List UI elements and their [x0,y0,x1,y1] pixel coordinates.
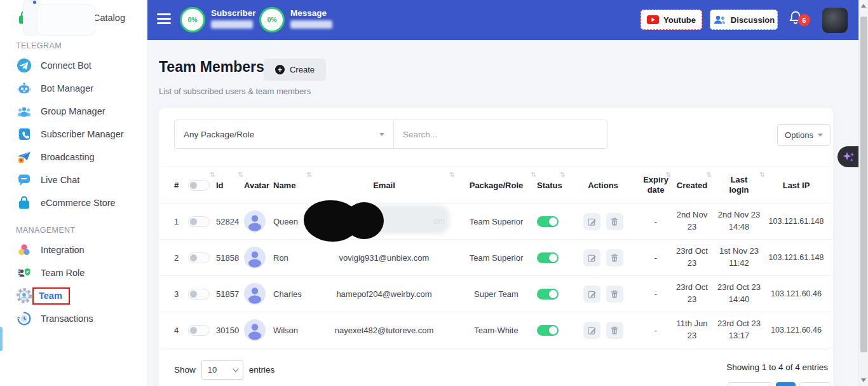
status-toggle[interactable] [537,289,559,300]
package-role-select[interactable]: Any Package/Role [174,120,394,149]
edit-button[interactable] [583,322,600,339]
column-header-status[interactable]: Status⇅ [537,167,566,203]
user-avatar[interactable] [822,8,848,33]
status-toggle[interactable] [537,325,559,336]
expiry-date: - [640,217,672,226]
trash-icon [610,289,619,299]
sort-icon[interactable]: ⇅ [666,171,671,178]
options-button[interactable]: Options [777,124,831,146]
vertical-scrollbar[interactable] [858,0,868,386]
table-row: 4 30150 Wilson nayexet482@tutoreve.com T… [159,312,833,348]
subscriber-value-redacted [211,20,253,29]
row-number: 3 [174,289,188,299]
delete-button[interactable] [606,286,623,303]
delete-button[interactable] [606,213,623,230]
person-avatar-icon [244,283,266,305]
page-size-control: Show 10 entries [174,360,275,380]
pagination-next-button[interactable] [799,382,831,386]
last-login: 23rd Oct 23 14:40 [712,282,766,306]
scrollbar-thumb[interactable] [860,17,867,352]
edit-button[interactable] [583,249,600,266]
column-header-id[interactable]: Id⇅ [216,167,244,203]
show-label: Show [174,365,196,375]
hamburger-menu-icon[interactable] [157,13,171,26]
status-toggle[interactable] [537,216,559,227]
column-header-expiry-date[interactable]: Expiry date⇅ [640,167,672,203]
edit-button[interactable] [583,213,600,230]
sidebar-item-team-role[interactable]: Team Role [0,261,147,284]
member-id: 30150 [216,326,244,335]
sidebar-item-team[interactable]: Team [0,284,147,307]
sidebar-item-integration[interactable]: Integration [0,238,147,261]
column-header-created[interactable]: Created⇅ [672,167,712,203]
sidebar-item-label: Transactions [41,314,93,324]
page-size-select[interactable]: 10 [201,360,243,380]
sidebar-item-group-manager[interactable]: Group Manager [0,100,147,123]
sort-icon[interactable]: ⇅ [560,171,566,178]
ai-assistant-fab[interactable] [837,146,858,167]
member-name: Ron [273,253,313,263]
search-input[interactable] [393,120,607,149]
delete-button[interactable] [606,322,623,339]
row-select-toggle[interactable] [188,289,210,300]
edit-button[interactable] [583,286,600,303]
column-header-name[interactable]: Name⇅ [273,167,313,203]
gear-person-icon [16,287,32,304]
sidebar-item-subscriber-manager[interactable]: Subscriber Manager [0,123,147,146]
scroll-down-arrow-icon[interactable] [861,378,866,382]
notifications-bell[interactable]: 6 [788,10,811,32]
pagination-current-page-button[interactable] [776,382,796,386]
sidebar-item-live-chat[interactable]: Live Chat [0,169,147,191]
discussion-button[interactable]: Discussion [710,10,778,30]
column-header-email[interactable]: Email⇅ [313,167,456,203]
sidebar-item-transactions[interactable]: Transactions [0,307,147,330]
three-circles-icon [16,242,32,258]
delete-button[interactable] [606,249,623,266]
sidebar-item-label: eCommerce Store [41,198,116,208]
member-package: Team Superior [456,253,537,263]
table-row: 3 51857 Charles hamepof204@weirby.com Su… [159,276,833,312]
sidebar-item-label: Broadcasting [41,152,95,162]
column-header-package-role[interactable]: Package/Role⇅ [456,167,537,203]
row-select-toggle[interactable] [188,325,210,336]
sort-icon[interactable]: ⇅ [760,171,765,178]
row-select-toggle[interactable] [188,252,210,263]
main-content: Team Members + Create List of subscribed… [147,40,858,386]
create-button[interactable]: + Create [264,59,326,81]
select-all-toggle[interactable] [188,180,210,191]
member-package: Team Superior [456,217,537,226]
trash-icon [610,253,619,263]
youtube-button-label: Youtube [663,15,696,25]
sort-icon[interactable]: ⇅ [450,171,455,178]
logo-dot [33,1,36,4]
sort-icon[interactable]: ⇅ [210,171,215,178]
showing-entries-text: Showing 1 to 4 of 4 entries [726,362,828,372]
column-header-last-login[interactable]: Last login⇅ [712,167,766,203]
sidebar: eCommerce Catalog TELEGRAM Connect Bot B… [0,0,147,386]
sidebar-item-label: Team [39,291,62,301]
sidebar-item-bot-manager[interactable]: Bot Manager [0,77,147,100]
sidebar-item-broadcasting[interactable]: Broadcasting [0,146,147,169]
subscriber-stat: 0% Subscriber [180,7,256,32]
column-header-num[interactable]: # [174,167,188,203]
sidebar-item-ecommerce-store[interactable]: eCommerce Store [0,191,147,214]
shopping-bag-blue-icon [16,195,32,211]
sort-icon[interactable]: ⇅ [307,171,312,178]
sidebar-item-label: Integration [41,245,85,255]
people-icon [713,15,726,25]
youtube-button[interactable]: Youtube [641,10,702,30]
scroll-up-arrow-icon[interactable] [861,4,866,8]
member-id: 52824 [216,217,244,226]
robot-icon [16,80,32,97]
message-stat: 0% Message [259,7,332,32]
status-toggle[interactable] [537,252,559,263]
sort-icon[interactable]: ⇅ [531,171,536,178]
sort-icon[interactable]: ⇅ [707,171,712,178]
sidebar-item-connect-bot[interactable]: Connect Bot [0,54,147,77]
row-select-toggle[interactable] [188,216,210,227]
column-header-avatar: Avatar [244,167,273,203]
edit-pencil-icon [587,326,597,335]
sparkles-icon [841,149,856,165]
pagination-previous-button[interactable] [728,382,772,386]
sort-icon[interactable]: ⇅ [238,171,243,178]
